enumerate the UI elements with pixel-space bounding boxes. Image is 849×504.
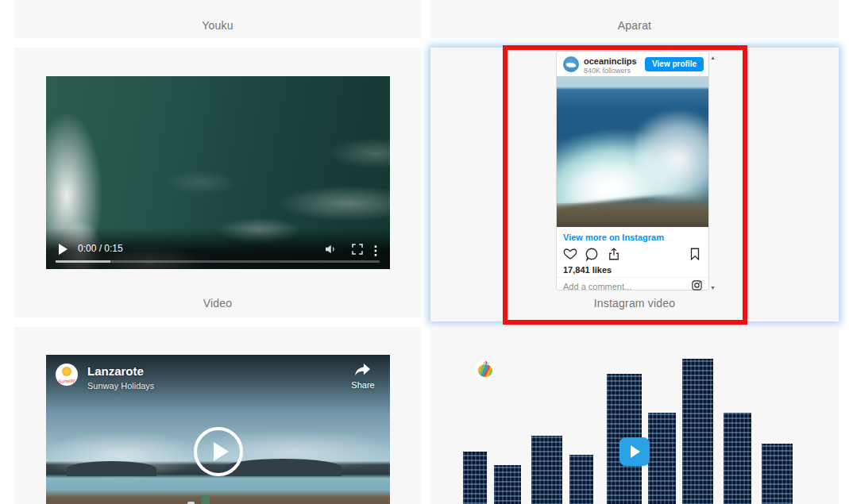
wave-logo-icon	[566, 62, 577, 68]
card-city-video: ✈	[430, 327, 839, 504]
building	[569, 455, 593, 504]
island-hill	[225, 459, 342, 476]
card-youku: Youku	[14, 0, 421, 38]
overflow-menu-icon[interactable]: ⋮	[369, 243, 382, 258]
likes-count[interactable]: 17,841 likes	[563, 265, 612, 275]
card-caption-video: Video	[14, 297, 421, 310]
share-icon[interactable]	[607, 247, 621, 261]
seek-bar[interactable]	[56, 260, 380, 263]
scrollbar-up-icon[interactable]: ▲	[710, 55, 716, 60]
video-title[interactable]: Lanzarote	[87, 364, 144, 378]
play-button[interactable]	[194, 427, 243, 476]
wave-spray	[635, 110, 708, 200]
person	[201, 495, 210, 504]
view-profile-button[interactable]: View profile	[645, 57, 704, 71]
comment-icon[interactable]	[585, 247, 599, 261]
building	[648, 413, 676, 504]
reef	[557, 203, 708, 227]
island-hill	[67, 461, 156, 476]
instagram-embed: oceaninclips 840K followers View profile…	[556, 51, 709, 290]
plane-icon: ✈	[484, 360, 489, 367]
share-button[interactable]: Share	[347, 363, 379, 390]
building	[531, 436, 562, 504]
card-youtube: Sunway Lanzarote Sunway Holidays Share	[14, 327, 421, 504]
card-caption-instagram: Instagram video	[430, 297, 839, 310]
html5-video-player[interactable]: 0:00 / 0:15 ⋮	[46, 76, 390, 269]
comment-row: Add a comment...	[557, 277, 708, 290]
volume-icon[interactable]	[323, 242, 338, 256]
city-video-player[interactable]: ✈	[463, 355, 806, 504]
like-heart-icon[interactable]	[563, 247, 577, 261]
scrollbar-down-icon[interactable]: ▼	[710, 285, 716, 290]
building	[724, 413, 751, 504]
card-caption-youku: Youku	[14, 19, 421, 32]
play-button[interactable]	[619, 437, 650, 466]
card-aparat: Aparat	[430, 0, 839, 38]
channel-avatar[interactable]: Sunway	[56, 364, 78, 386]
video-controls-bar: 0:00 / 0:15 ⋮	[46, 228, 390, 269]
seek-buffered	[56, 260, 110, 263]
instagram-post-media[interactable]	[557, 76, 708, 227]
instagram-avatar[interactable]	[563, 56, 579, 72]
instagram-action-row	[563, 247, 625, 263]
play-icon	[214, 442, 229, 461]
instagram-username[interactable]: oceaninclips	[584, 56, 637, 66]
building	[682, 359, 713, 504]
building	[494, 465, 522, 504]
video-time: 0:00 / 0:15	[78, 243, 123, 254]
bookmark-icon[interactable]	[688, 247, 702, 261]
play-icon	[631, 445, 640, 458]
instagram-logo-icon[interactable]	[691, 279, 703, 291]
building	[463, 452, 487, 504]
card-caption-aparat: Aparat	[430, 19, 839, 32]
channel-name: Sunway Holidays	[87, 381, 154, 391]
play-icon[interactable]	[59, 244, 68, 255]
view-more-link[interactable]: View more on Instagram	[563, 233, 664, 242]
building	[762, 444, 793, 504]
card-instagram: oceaninclips 840K followers View profile…	[430, 48, 839, 321]
card-video: 0:00 / 0:15 ⋮ Video	[14, 48, 421, 317]
publisher-avatar[interactable]: ✈	[475, 360, 496, 380]
sun-logo-icon	[62, 367, 71, 376]
youtube-video-player[interactable]: Sunway Lanzarote Sunway Holidays Share	[46, 355, 390, 504]
share-arrow-icon	[354, 363, 372, 377]
comment-input[interactable]: Add a comment...	[563, 282, 631, 291]
share-label: Share	[347, 380, 379, 390]
embed-gallery-page: Youku Aparat 0:00 / 0:15 ⋮	[0, 0, 849, 504]
fullscreen-icon[interactable]	[350, 242, 365, 256]
instagram-followers: 840K followers	[584, 67, 631, 75]
